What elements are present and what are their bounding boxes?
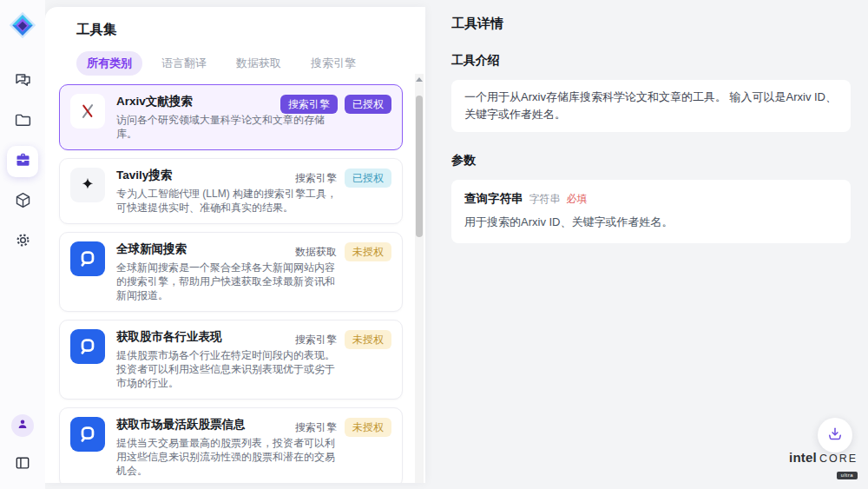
sparkle-icon — [70, 168, 105, 202]
category-badge: 搜索引擎 — [280, 95, 338, 114]
tool-card-sector-performance[interactable]: 获取股市各行业表现 提供股票市场各个行业在特定时间段内的表现。投资者可以利用这些… — [59, 320, 403, 400]
person-icon — [16, 417, 30, 434]
scrollbar-thumb[interactable] — [416, 96, 423, 237]
parameter-card: 查询字符串 字符串 必填 用于搜索的Arxiv ID、关键字或作者姓名。 — [451, 180, 851, 243]
collapse-sidebar-button[interactable] — [7, 449, 38, 480]
cube-icon — [14, 191, 32, 213]
params-heading: 参数 — [451, 153, 851, 169]
q-logo-icon — [70, 329, 105, 364]
category-tabs: 所有类别 语言翻译 数据获取 搜索引擎 — [45, 39, 425, 76]
brand-core-text: CORE — [819, 453, 858, 465]
category-badge: 搜索引擎 — [294, 330, 338, 349]
tab-language-translation[interactable]: 语言翻译 — [151, 51, 217, 76]
brand-intel-text: intel — [789, 450, 817, 465]
gear-icon — [14, 231, 32, 253]
intel-core-logo: intel CORE ultra — [789, 450, 858, 480]
brand-ultra-badge: ultra — [837, 472, 858, 479]
q-logo-icon — [70, 417, 105, 452]
app-logo-icon — [8, 10, 37, 43]
tool-description: 提供当天交易量最高的股票列表，投资者可以利用这些信息来识别流动性强的股票和潜在的… — [116, 436, 344, 478]
category-badge: 搜索引擎 — [294, 418, 338, 437]
arxiv-logo-icon — [70, 94, 105, 129]
tool-card-tavily[interactable]: Tavily搜索 专为人工智能代理 (LLM) 构建的搜索引擎工具，可快速提供实… — [59, 158, 403, 224]
sidebar-item-chat[interactable] — [7, 66, 38, 97]
app-window: 工具集 所有类别 语言翻译 数据获取 搜索引擎 Arxiv文献搜索 访问各个研究… — [0, 0, 868, 489]
chat-icon — [14, 71, 32, 93]
auth-status-badge: 未授权 — [345, 418, 391, 437]
sidebar-item-tools[interactable] — [7, 146, 38, 177]
auth-status-badge: 已授权 — [345, 169, 391, 188]
toolset-panel: 工具集 所有类别 语言翻译 数据获取 搜索引擎 Arxiv文献搜索 访问各个研究… — [45, 7, 425, 483]
tool-list: Arxiv文献搜索 访问各个研究领域大量科学论文和文章的存储库。 搜索引擎 已授… — [59, 84, 403, 483]
auth-status-badge: 已授权 — [345, 95, 391, 114]
folder-icon — [14, 111, 32, 133]
toolbox-icon — [14, 151, 32, 173]
user-avatar[interactable] — [11, 414, 34, 437]
tool-description: 专为人工智能代理 (LLM) 构建的搜索引擎工具，可快速提供实时、准确和真实的结… — [116, 187, 344, 215]
parameter-name: 查询字符串 — [464, 190, 523, 208]
toolset-title: 工具集 — [45, 7, 425, 39]
download-button[interactable] — [818, 418, 852, 453]
auth-status-badge: 未授权 — [345, 330, 391, 349]
tab-all-categories[interactable]: 所有类别 — [76, 51, 142, 76]
sidebar — [0, 0, 45, 489]
category-badge: 搜索引擎 — [294, 169, 338, 188]
parameter-type: 字符串 — [529, 190, 561, 208]
tool-details-panel: 工具详情 工具介绍 一个用于从Arxiv存储库搜索科学论文和文章的工具。 输入可… — [425, 0, 868, 489]
parameter-description: 用于搜索的Arxiv ID、关键字或作者姓名。 — [464, 214, 838, 231]
tool-description: 访问各个研究领域大量科学论文和文章的存储库。 — [116, 113, 344, 141]
tool-description: 提供股票市场各个行业在特定时间段内的表现。投资者可以利用这些信息来识别表现优于或… — [116, 348, 344, 390]
list-scrollbar[interactable] — [415, 74, 424, 483]
scrollbar-up-arrow-icon[interactable] — [416, 77, 423, 82]
tab-search-engine[interactable]: 搜索引擎 — [300, 51, 366, 76]
sidebar-item-packages[interactable] — [7, 186, 38, 217]
tool-card-global-news[interactable]: 全球新闻搜索 全球新闻搜索是一个聚合全球各大新闻网站内容的搜索引擎，帮助用户快速… — [59, 232, 403, 312]
download-icon — [826, 426, 844, 446]
sidebar-item-files[interactable] — [7, 106, 38, 137]
q-logo-icon — [70, 241, 105, 276]
sidebar-item-settings[interactable] — [7, 226, 38, 257]
tool-description: 全球新闻搜索是一个聚合全球各大新闻网站内容的搜索引擎，帮助用户快速获取全球最新资… — [116, 261, 344, 302]
tool-card-arxiv[interactable]: Arxiv文献搜索 访问各个研究领域大量科学论文和文章的存储库。 搜索引擎 已授… — [59, 84, 403, 150]
details-title: 工具详情 — [451, 16, 851, 32]
panel-collapse-icon — [14, 454, 31, 475]
intro-text: 一个用于从Arxiv存储库搜索科学论文和文章的工具。 输入可以是Arxiv ID… — [451, 80, 851, 132]
tab-data-acquisition[interactable]: 数据获取 — [226, 51, 292, 76]
auth-status-badge: 未授权 — [345, 242, 391, 261]
parameter-required-flag: 必填 — [567, 190, 588, 208]
intro-heading: 工具介绍 — [451, 53, 851, 69]
category-badge: 数据获取 — [294, 242, 338, 261]
tool-card-active-stocks[interactable]: 获取市场最活跃股票信息 提供当天交易量最高的股票列表，投资者可以利用这些信息来识… — [59, 407, 403, 483]
